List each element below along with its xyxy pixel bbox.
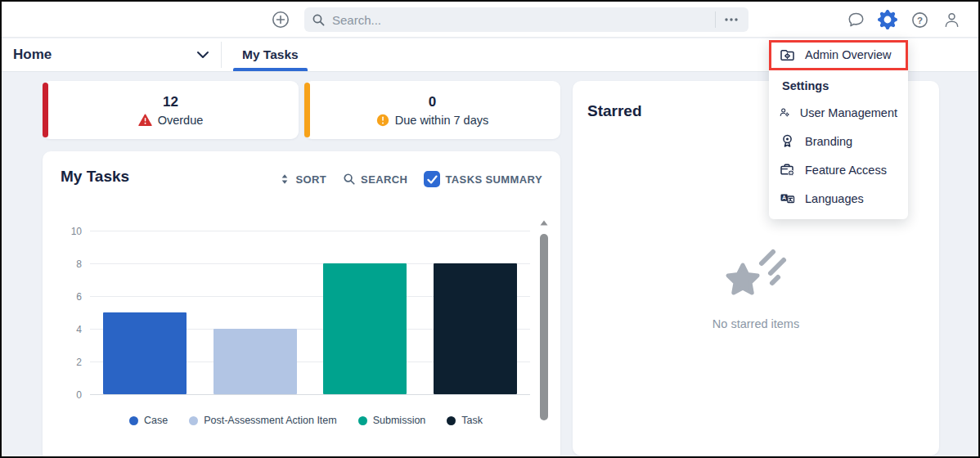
warning-triangle-icon <box>138 114 152 127</box>
chat-icon <box>847 11 865 29</box>
help-button[interactable]: ? <box>910 10 929 29</box>
tasks-summary-label: TASKS SUMMARY <box>445 173 542 186</box>
scrollbar-thumb[interactable] <box>540 234 548 420</box>
search-more-button[interactable] <box>722 17 741 22</box>
tasks-controls: SORT SEARCH TASKS SUMMARY <box>279 171 542 187</box>
chart-y-axis: 0246810 <box>59 231 82 395</box>
gridline <box>90 394 530 395</box>
due-soon-accent-bar <box>304 83 310 137</box>
legend-dot <box>129 416 138 425</box>
tasks-summary-checkbox[interactable] <box>424 171 440 187</box>
y-tick-label: 6 <box>76 291 82 303</box>
chevron-down-icon <box>196 51 209 59</box>
overdue-count: 12 <box>163 94 178 110</box>
chat-button[interactable] <box>846 10 865 29</box>
scroll-up-icon[interactable] <box>540 220 548 226</box>
languages-icon: A <box>780 191 795 206</box>
my-tasks-title: My Tasks <box>61 168 129 186</box>
warning-circle-icon <box>376 114 389 127</box>
menu-item-user-management[interactable]: User Management <box>769 98 908 127</box>
top-bar: ? <box>2 2 978 38</box>
y-tick-label: 4 <box>76 324 82 335</box>
search-label: SEARCH <box>361 173 407 186</box>
menu-item-feature-access[interactable]: Feature Access <box>769 155 908 184</box>
settings-section-header: Settings <box>769 70 908 98</box>
user-management-label: User Management <box>800 106 897 119</box>
sort-button[interactable]: SORT <box>279 173 326 186</box>
branding-icon <box>780 133 795 149</box>
starred-title: Starred <box>587 102 642 120</box>
bar-task <box>434 263 517 394</box>
legend-dot <box>358 416 367 425</box>
legend-label: Submission <box>373 415 426 426</box>
user-icon <box>942 11 961 29</box>
bar-case <box>103 312 187 394</box>
chart-legend: CasePost-Assessment Action ItemSubmissio… <box>82 415 530 426</box>
y-tick-label: 10 <box>71 226 82 237</box>
legend-item[interactable]: Post-Assessment Action Item <box>189 415 337 426</box>
overdue-label: Overdue <box>158 114 204 127</box>
legend-item[interactable]: Task <box>447 415 483 426</box>
menu-item-languages[interactable]: A Languages <box>769 184 908 213</box>
tasks-search-button[interactable]: SEARCH <box>343 173 407 186</box>
topbar-icon-group: ? <box>846 10 961 29</box>
bar-post-assessment-action-item <box>214 329 297 394</box>
legend-label: Task <box>461 415 483 426</box>
legend-dot <box>189 416 198 425</box>
search-icon <box>343 173 356 186</box>
legend-label: Case <box>144 415 168 426</box>
search-input[interactable] <box>332 13 715 27</box>
help-icon: ? <box>910 11 929 29</box>
y-tick-label: 8 <box>76 258 82 270</box>
due-soon-card[interactable]: 0 Due within 7 days <box>304 81 560 139</box>
gridline <box>90 231 530 231</box>
chart-scrollbar <box>539 220 549 431</box>
app-window: ? Home My Tasks 12 <box>0 0 980 458</box>
settings-dropdown-menu: Admin Overview Settings User Management … <box>769 39 908 219</box>
legend-item[interactable]: Case <box>129 415 168 426</box>
y-tick-label: 2 <box>76 357 82 368</box>
tab-my-tasks[interactable]: My Tasks <box>233 38 308 71</box>
y-tick-label: 0 <box>76 389 82 401</box>
admin-overview-label: Admin Overview <box>805 48 892 61</box>
sort-icon <box>279 173 290 186</box>
workspace-dropdown[interactable]: Home <box>13 38 209 71</box>
checkmark-icon <box>427 175 438 184</box>
starred-empty-text: No starred items <box>713 317 799 330</box>
legend-item[interactable]: Submission <box>358 415 426 426</box>
menu-item-branding[interactable]: Branding <box>769 127 908 155</box>
more-options-icon <box>724 17 739 22</box>
starred-empty-state: No starred items <box>573 249 939 330</box>
tab-my-tasks-label: My Tasks <box>242 47 299 62</box>
admin-overview-icon <box>780 47 795 63</box>
add-new-button[interactable] <box>271 10 290 29</box>
tasks-summary-toggle[interactable]: TASKS SUMMARY <box>424 171 542 187</box>
bar-submission <box>323 263 407 394</box>
feature-access-icon <box>780 162 795 177</box>
my-tasks-panel: My Tasks SORT SEARCH <box>43 151 560 458</box>
workspace-label: Home <box>13 47 52 63</box>
svg-text:A: A <box>782 195 786 200</box>
search-icon <box>312 13 326 27</box>
gear-icon <box>878 10 897 29</box>
nav-divider <box>221 42 222 68</box>
overdue-card[interactable]: 12 Overdue <box>43 81 299 139</box>
chart-plot <box>90 231 530 395</box>
settings-button[interactable] <box>878 10 897 29</box>
due-soon-label: Due within 7 days <box>395 114 488 127</box>
plus-circle-icon <box>271 10 290 29</box>
profile-button[interactable] <box>942 10 961 29</box>
svg-text:?: ? <box>916 15 922 25</box>
search-divider <box>715 11 716 28</box>
feature-access-label: Feature Access <box>805 164 887 177</box>
legend-dot <box>447 416 456 425</box>
due-soon-count: 0 <box>429 94 436 110</box>
branding-label: Branding <box>805 135 852 148</box>
menu-item-admin-overview[interactable]: Admin Overview <box>769 39 908 70</box>
legend-label: Post-Assessment Action Item <box>204 415 337 426</box>
sort-label: SORT <box>295 173 326 186</box>
overdue-accent-bar <box>43 83 48 137</box>
active-tab-indicator <box>233 68 308 71</box>
shooting-star-icon <box>721 249 791 303</box>
languages-label: Languages <box>805 192 864 205</box>
